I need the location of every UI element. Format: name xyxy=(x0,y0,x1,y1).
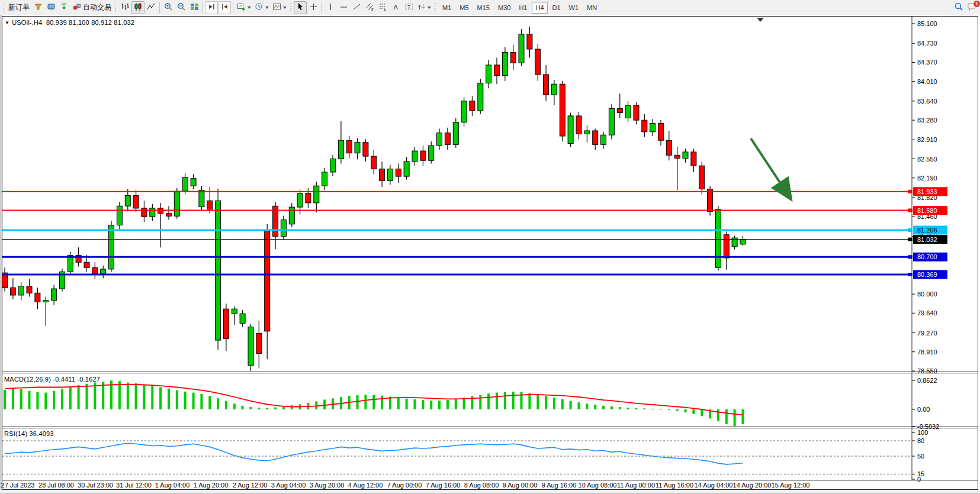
svg-text:28 Jul 08:00: 28 Jul 08:00 xyxy=(38,482,74,489)
svg-text:E: E xyxy=(371,8,374,11)
svg-text:81.032: 81.032 xyxy=(917,236,937,243)
rsi-panel[interactable] xyxy=(2,441,912,474)
period-button[interactable] xyxy=(253,1,271,14)
timeframe-m5-button[interactable]: M5 xyxy=(456,2,472,14)
vertical-line-icon xyxy=(326,2,335,13)
timeframe-w1-button[interactable]: W1 xyxy=(565,2,583,14)
timeframe-m15-button[interactable]: M15 xyxy=(474,2,493,14)
svg-text:100: 100 xyxy=(917,429,928,436)
svg-text:8 Aug 08:00: 8 Aug 08:00 xyxy=(464,482,499,489)
auto-trading-label: 自动交易 xyxy=(83,2,111,12)
svg-text:9 Aug 00:00: 9 Aug 00:00 xyxy=(503,482,538,489)
svg-text:T: T xyxy=(407,4,411,10)
svg-text:83.280: 83.280 xyxy=(917,117,937,124)
terminal-button[interactable] xyxy=(44,1,57,14)
svg-text:7 Aug 16:00: 7 Aug 16:00 xyxy=(426,482,461,489)
chart-area[interactable]: ▼USOil-,H4 80.939 81.100 80.912 81.032 M… xyxy=(0,15,980,494)
text-label-button[interactable]: T xyxy=(402,1,415,14)
chevron-down-icon xyxy=(248,7,251,9)
svg-text:82.190: 82.190 xyxy=(917,175,937,182)
timeframe-m1-button[interactable]: M1 xyxy=(439,2,455,14)
zoom-out-icon xyxy=(177,2,186,13)
trend-arrow-annotation[interactable] xyxy=(751,138,789,196)
svg-text:80: 80 xyxy=(917,437,924,444)
crosshair-button[interactable] xyxy=(307,1,320,14)
channel-button[interactable]: E xyxy=(363,1,376,14)
timeframe-mn-button[interactable]: MN xyxy=(583,2,600,14)
bar-chart-button[interactable] xyxy=(118,1,131,14)
clock-icon xyxy=(255,2,264,13)
svg-text:80.700: 80.700 xyxy=(917,253,937,260)
new-order-button[interactable]: 新订单 xyxy=(7,1,31,14)
svg-text:15 Aug 12:00: 15 Aug 12:00 xyxy=(772,482,810,489)
price-chart-canvas[interactable]: 85.10084.73084.37084.01083.64083.28082.9… xyxy=(0,15,980,494)
timeframe-h4-button[interactable]: H4 xyxy=(532,2,547,14)
auto-trading-button[interactable]: 自动交易 xyxy=(70,1,113,14)
svg-text:78.550: 78.550 xyxy=(917,367,937,374)
text-button[interactable]: A xyxy=(389,1,402,14)
candles-layer[interactable] xyxy=(2,27,746,371)
cursor-icon xyxy=(296,2,305,13)
depth-button[interactable] xyxy=(31,1,44,14)
svg-text:0.00: 0.00 xyxy=(917,406,930,413)
svg-text:1 Aug 04:00: 1 Aug 04:00 xyxy=(155,482,190,489)
time-axis: 27 Jul 202328 Jul 08:0030 Jul 23:0031 Ju… xyxy=(1,482,810,489)
timeframe-m30-button[interactable]: M30 xyxy=(494,2,514,14)
channel-icon: E xyxy=(365,2,374,13)
macd-panel[interactable] xyxy=(4,380,744,426)
svg-text:0.8622: 0.8622 xyxy=(917,377,937,384)
svg-text:10 Aug 08:00: 10 Aug 08:00 xyxy=(579,482,617,489)
svg-text:27 Jul 2023: 27 Jul 2023 xyxy=(1,482,35,489)
search-button[interactable] xyxy=(952,1,965,14)
zoom-in-button[interactable] xyxy=(162,1,175,14)
cursor-button[interactable] xyxy=(294,1,307,14)
arrows-button[interactable] xyxy=(415,1,433,14)
toolbar: 新订单 自动交易 xyxy=(0,0,980,15)
zoom-in-icon xyxy=(164,2,173,13)
svg-text:31 Jul 12:00: 31 Jul 12:00 xyxy=(116,482,152,489)
template-icon xyxy=(272,2,281,13)
svg-text:2 Aug 12:00: 2 Aug 12:00 xyxy=(233,482,268,489)
tile-windows-button[interactable] xyxy=(188,1,201,14)
rsi-axis: 1008050150 xyxy=(912,429,928,483)
chart-shift-button[interactable] xyxy=(218,1,231,14)
svg-text:11 Aug 00:00: 11 Aug 00:00 xyxy=(617,482,655,489)
zoom-out-button[interactable] xyxy=(175,1,188,14)
toolbar-grip[interactable] xyxy=(434,3,437,12)
signal-button[interactable] xyxy=(57,1,70,14)
timeframe-d1-button[interactable]: D1 xyxy=(549,2,564,14)
terminal-window: 新订单 自动交易 xyxy=(0,0,980,494)
template-button[interactable] xyxy=(271,1,288,14)
toolbar-grip[interactable] xyxy=(2,3,5,12)
svg-text:82.550: 82.550 xyxy=(917,156,937,163)
horizontal-line-button[interactable] xyxy=(337,1,350,14)
monitor-icon xyxy=(47,2,56,13)
bar-chart-icon xyxy=(121,2,130,13)
new-chart-icon xyxy=(237,2,246,13)
funnel-icon xyxy=(34,2,43,13)
candlestick-chart-button[interactable] xyxy=(131,1,144,14)
svg-text:79.270: 79.270 xyxy=(917,330,937,337)
timeframe-h1-button[interactable]: H1 xyxy=(515,2,531,14)
toolbar-grip[interactable] xyxy=(290,3,293,12)
toolbar-grip[interactable] xyxy=(114,3,117,12)
svg-text:81.580: 81.580 xyxy=(917,207,937,214)
trendline-button[interactable] xyxy=(350,1,363,14)
svg-text:9 Aug 16:00: 9 Aug 16:00 xyxy=(542,482,577,489)
vertical-line-button[interactable] xyxy=(324,1,337,14)
line-chart-button[interactable] xyxy=(144,1,158,14)
auto-scroll-icon xyxy=(207,2,216,13)
text-a-icon: A xyxy=(391,2,400,13)
svg-text:79.640: 79.640 xyxy=(917,309,937,317)
svg-text:85.100: 85.100 xyxy=(917,20,937,27)
svg-text:81.206: 81.206 xyxy=(917,227,937,234)
chart-shift-marker-icon[interactable] xyxy=(757,18,764,22)
svg-text:84.370: 84.370 xyxy=(917,59,937,66)
fibonacci-button[interactable]: F xyxy=(376,1,389,14)
notification-badge: 1 xyxy=(973,0,980,8)
auto-scroll-button[interactable] xyxy=(205,1,218,14)
svg-text:84.730: 84.730 xyxy=(917,40,937,47)
svg-text:4 Aug 12:00: 4 Aug 12:00 xyxy=(348,482,383,489)
chat-button[interactable]: 1 xyxy=(965,1,979,14)
new-chart-button[interactable] xyxy=(235,1,253,14)
